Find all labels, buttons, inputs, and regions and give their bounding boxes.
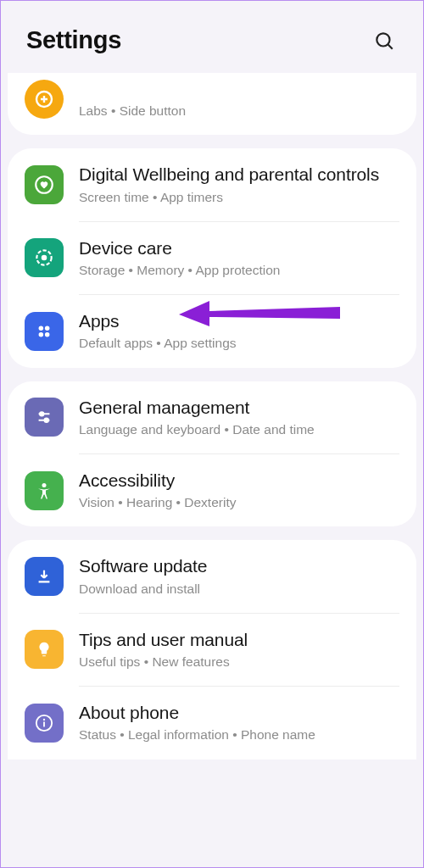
apps-icon bbox=[25, 312, 64, 351]
row-advanced-features[interactable]: Advanced features Labs • Side button bbox=[8, 73, 416, 135]
row-subtitle: Screen time • App timers bbox=[79, 189, 399, 206]
search-button[interactable] bbox=[371, 27, 398, 54]
row-title: About phone bbox=[79, 702, 399, 724]
sliders-icon bbox=[25, 398, 64, 437]
person-icon bbox=[25, 471, 64, 510]
plus-circle-icon bbox=[25, 80, 64, 119]
row-apps[interactable]: Apps Default apps • App settings bbox=[8, 295, 416, 367]
bulb-icon bbox=[25, 630, 64, 669]
svg-rect-18 bbox=[43, 721, 45, 726]
settings-group: Software update Download and install Tip… bbox=[8, 540, 416, 759]
page-title: Settings bbox=[26, 26, 121, 54]
row-subtitle: Useful tips • New features bbox=[79, 654, 399, 670]
svg-point-9 bbox=[45, 326, 49, 331]
row-digital-wellbeing[interactable]: Digital Wellbeing and parental controls … bbox=[8, 148, 416, 220]
row-title: Software update bbox=[79, 555, 399, 577]
svg-point-15 bbox=[45, 419, 48, 422]
row-subtitle: Status • Legal information • Phone name bbox=[79, 726, 399, 743]
row-subtitle: Labs • Side button bbox=[79, 103, 399, 120]
row-accessibility[interactable]: Accessibility Vision • Hearing • Dexteri… bbox=[8, 454, 416, 526]
download-icon bbox=[25, 557, 64, 596]
svg-point-19 bbox=[43, 718, 45, 720]
settings-list: Advanced features Labs • Side button Dig… bbox=[1, 73, 423, 760]
svg-point-11 bbox=[45, 332, 49, 337]
svg-line-1 bbox=[388, 44, 393, 48]
row-tips[interactable]: Tips and user manual Useful tips • New f… bbox=[8, 614, 416, 686]
settings-group: Advanced features Labs • Side button bbox=[8, 73, 416, 135]
row-title: Device care bbox=[79, 237, 399, 259]
row-subtitle: Default apps • App settings bbox=[79, 335, 399, 352]
search-icon bbox=[373, 30, 395, 52]
settings-group: General management Language and keyboard… bbox=[8, 381, 416, 527]
row-device-care[interactable]: Device care Storage • Memory • App prote… bbox=[8, 222, 416, 294]
row-title: General management bbox=[79, 397, 399, 419]
row-title: Accessibility bbox=[79, 470, 399, 492]
row-title: Tips and user manual bbox=[79, 629, 399, 651]
row-general-management[interactable]: General management Language and keyboard… bbox=[8, 381, 416, 453]
svg-point-8 bbox=[39, 326, 44, 331]
settings-group: Digital Wellbeing and parental controls … bbox=[8, 148, 416, 367]
svg-point-14 bbox=[40, 412, 43, 415]
svg-point-16 bbox=[42, 483, 47, 487]
row-subtitle: Storage • Memory • App protection bbox=[79, 262, 399, 279]
row-title: Digital Wellbeing and parental controls bbox=[79, 164, 399, 186]
row-subtitle: Language and keyboard • Date and time bbox=[79, 421, 399, 438]
info-icon bbox=[25, 704, 64, 743]
row-about-phone[interactable]: About phone Status • Legal information •… bbox=[8, 687, 416, 759]
svg-point-7 bbox=[42, 255, 47, 261]
heart-circle-icon bbox=[25, 165, 64, 204]
row-software-update[interactable]: Software update Download and install bbox=[8, 540, 416, 612]
row-subtitle: Download and install bbox=[79, 581, 399, 598]
header: Settings bbox=[1, 1, 423, 75]
svg-point-0 bbox=[377, 33, 389, 46]
row-title: Apps bbox=[79, 310, 399, 332]
care-circle-icon bbox=[25, 238, 64, 277]
svg-point-10 bbox=[39, 332, 44, 337]
row-subtitle: Vision • Hearing • Dexterity bbox=[79, 494, 399, 511]
